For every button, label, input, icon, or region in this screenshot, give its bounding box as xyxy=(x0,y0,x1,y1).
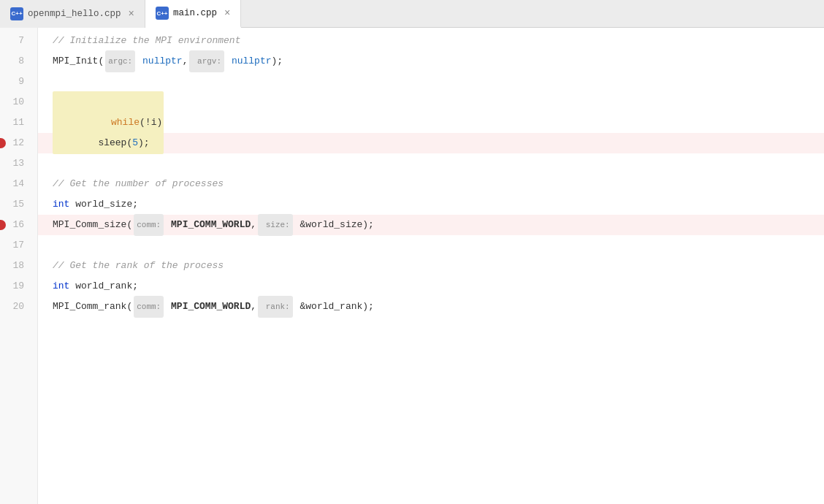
comment-num-proc: // Get the number of processes xyxy=(53,174,224,194)
mpi-comm-rank-call: MPI_Comm_rank( xyxy=(53,297,132,317)
line-numbers: 7 8 9 10 11 12 13 14 15 16 17 18 19 20 xyxy=(0,28,38,504)
cpp-icon-openmpi: C++ xyxy=(10,7,23,20)
breakpoint-dot-12 xyxy=(0,138,6,148)
line-number-9: 9 xyxy=(0,72,30,92)
inlay-argv: argv: xyxy=(189,50,224,72)
code-line-13 xyxy=(38,153,824,174)
mpi-nullptr2 xyxy=(226,51,232,72)
mpi-comma: , xyxy=(183,51,188,72)
inlay-rank: rank: xyxy=(258,296,293,318)
inlay-comm: comm: xyxy=(134,214,164,236)
var-world-size: world_size; xyxy=(69,194,138,215)
line-number-10: 10 xyxy=(0,92,30,112)
mpi-comm-rank-space xyxy=(165,297,171,317)
line-number-15: 15 xyxy=(0,194,30,215)
tab-label-openmpi: openmpi_hello.cpp xyxy=(28,9,121,19)
line-number-16: 16 xyxy=(0,215,30,235)
code-line-15: int world_size; xyxy=(38,194,824,215)
sleep-arg: 5 xyxy=(132,133,138,153)
mpi-comm-rank-comma: , xyxy=(251,297,256,317)
mpi-comm-size-call: MPI_Comm_size( xyxy=(53,215,132,235)
sleep-indent: sleep( xyxy=(53,133,132,153)
mpi-comm-size-space xyxy=(165,215,171,235)
line-number-20: 20 xyxy=(0,297,30,317)
mpi-comm-world-1: MPI_COMM_WORLD xyxy=(171,215,251,235)
tab-close-openmpi[interactable]: × xyxy=(129,9,134,19)
keyword-int-2: int xyxy=(53,194,69,215)
line-number-18: 18 xyxy=(0,256,30,276)
nullptr1: nullptr xyxy=(142,51,183,72)
mpi-comm-size-comma: , xyxy=(251,215,256,235)
inlay-argc: argc: xyxy=(105,50,135,72)
code-line-17 xyxy=(38,235,824,256)
breakpoint-dot-16 xyxy=(0,220,6,230)
mpi-comm-rank-end: &world_rank); xyxy=(294,297,374,317)
code-line-9 xyxy=(38,72,824,92)
code-line-18: // Get the rank of the process xyxy=(38,256,824,276)
inlay-size: size: xyxy=(258,214,293,236)
tab-bar: C++ openmpi_hello.cpp × C++ main.cpp × xyxy=(0,0,824,28)
cpp-icon-main: C++ xyxy=(156,7,169,20)
line-number-7: 7 xyxy=(0,31,30,51)
tab-main[interactable]: C++ main.cpp × xyxy=(145,0,241,28)
sleep-end: ); xyxy=(138,133,150,153)
mpi-nullptr1 xyxy=(137,51,142,72)
tab-openmpi[interactable]: C++ openmpi_hello.cpp × xyxy=(0,0,145,28)
code-line-14: // Get the number of processes xyxy=(38,174,824,194)
line-number-14: 14 xyxy=(0,174,30,194)
code-area: 7 8 9 10 11 12 13 14 15 16 17 18 19 20 xyxy=(0,28,824,504)
mpi-comm-world-2: MPI_COMM_WORLD xyxy=(171,297,251,317)
comment-rank: // Get the rank of the process xyxy=(53,256,224,276)
code-line-8: MPI_Init( argc: nullptr , argv: nullptr … xyxy=(38,51,824,72)
while-paren: (!i) xyxy=(140,117,162,128)
code-line-16: MPI_Comm_size( comm: MPI_COMM_WORLD , si… xyxy=(38,215,824,235)
var-world-rank: world_rank; xyxy=(69,276,138,297)
mpi-comm-size-end: &world_size); xyxy=(294,215,374,235)
code-content[interactable]: // Initialize the MPI environment MPI_In… xyxy=(38,28,824,504)
code-line-11: while(!i) xyxy=(38,112,824,133)
keyword-while: while xyxy=(111,117,140,128)
comment-init: // Initialize the MPI environment xyxy=(53,31,240,51)
mpi-init-end: ); xyxy=(272,51,283,72)
nullptr2: nullptr xyxy=(232,51,272,72)
code-line-20: MPI_Comm_rank( comm: MPI_COMM_WORLD , ra… xyxy=(38,297,824,317)
mpi-init-call: MPI_Init( xyxy=(53,51,104,72)
tab-label-main: main.cpp xyxy=(173,8,217,18)
keyword-int-3: int xyxy=(53,276,69,297)
line-number-19: 19 xyxy=(0,276,30,297)
editor-container: C++ openmpi_hello.cpp × C++ main.cpp × 7… xyxy=(0,0,824,504)
inlay-comm-2: comm: xyxy=(134,296,164,318)
code-line-7: // Initialize the MPI environment xyxy=(38,31,824,51)
line-number-17: 17 xyxy=(0,235,30,256)
line-number-11: 11 xyxy=(0,112,30,133)
line-number-12: 12 xyxy=(0,133,30,153)
code-line-19: int world_rank; xyxy=(38,276,824,297)
line-number-8: 8 xyxy=(0,51,30,72)
line-number-13: 13 xyxy=(0,153,30,174)
tab-close-main[interactable]: × xyxy=(224,8,230,18)
